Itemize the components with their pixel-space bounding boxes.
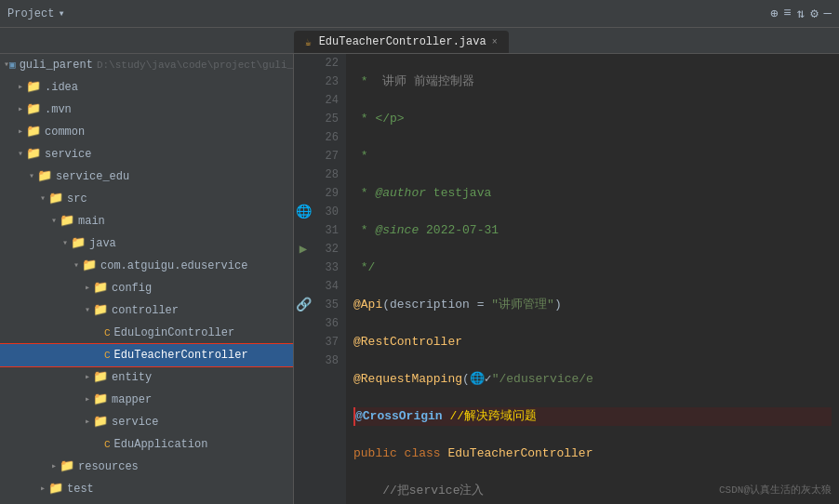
- code-line-26: * @since 2022-07-31: [353, 221, 832, 240]
- settings-icon[interactable]: ⚙: [810, 6, 818, 21]
- project-label[interactable]: Project ▾: [7, 7, 65, 20]
- gutter-28: [294, 166, 313, 184]
- gutter-26: [294, 128, 313, 147]
- folder-test-icon: 📁: [48, 480, 63, 498]
- gutter-22: [294, 54, 313, 73]
- code-25-text: * @author testjava: [353, 186, 491, 200]
- tree-item-service[interactable]: 📁 service: [0, 143, 293, 166]
- code-28-eq: =: [470, 298, 491, 312]
- arrow-config: [82, 279, 93, 298]
- tree-item-mvn[interactable]: 📁 .mvn: [0, 99, 293, 121]
- tree-item-mapper[interactable]: 📁 mapper: [0, 389, 293, 411]
- tree-label-service-edu: service_edu: [56, 167, 129, 186]
- tree-item-resources[interactable]: 📁 resources: [0, 456, 293, 478]
- tree-item-idea[interactable]: 📁 .idea: [0, 76, 293, 99]
- tree-item-entity[interactable]: 📁 entity: [0, 366, 293, 389]
- folder-mvn-icon: 📁: [26, 100, 41, 119]
- tree-item-common[interactable]: 📁 common: [0, 121, 293, 143]
- tree-label-edu-application: EduApplication: [114, 435, 208, 454]
- tree-item-guli-parent[interactable]: ▣ guli_parent D:\study\java\code\project…: [0, 54, 293, 76]
- tree-item-config[interactable]: 📁 config: [0, 277, 293, 299]
- folder-service-edu-icon: 📁: [37, 167, 52, 186]
- top-bar-icons: ⊕ ≡ ⇅ ⚙ —: [770, 6, 832, 21]
- arrow-mvn: [15, 100, 26, 119]
- minimize-icon[interactable]: —: [824, 6, 832, 21]
- code-32-classname: EduTeacherController: [447, 446, 593, 460]
- tree-item-service-nested[interactable]: 📁 service: [0, 411, 293, 433]
- code-line-31: @CrossOrigin //解决跨域问题: [353, 407, 832, 426]
- folder-controller-icon: 📁: [93, 301, 108, 320]
- layout-icon[interactable]: ≡: [783, 6, 791, 21]
- folder-config-icon: 📁: [93, 279, 108, 298]
- folder-java-icon: 📁: [71, 234, 86, 253]
- line-num-28: 28: [320, 166, 339, 184]
- code-31-crossorigin: @CrossOrigin: [355, 409, 443, 423]
- tab-close-button[interactable]: ×: [492, 37, 498, 47]
- tree-item-target[interactable]: 📁 target: [0, 500, 293, 504]
- folder-service-nested-icon: 📁: [93, 413, 108, 431]
- tab-filename: EduTeacherController.java: [319, 35, 486, 48]
- code-line-30: @RequestMapping(🌐✓"/eduservice/e: [353, 370, 832, 389]
- code-line-25: * @author testjava: [353, 184, 832, 203]
- globe-gutter-icon: 🌐: [296, 203, 312, 221]
- code-line-29: @RestController: [353, 333, 832, 351]
- code-line-28: @Api(description = "讲师管理"): [353, 296, 832, 314]
- scope-icon[interactable]: ⊕: [770, 6, 778, 21]
- editor-gutter: 🌐 ▶ 🔗: [294, 54, 313, 504]
- gutter-32: ▶: [294, 240, 313, 259]
- arrow-mapper: [82, 391, 93, 409]
- watermark: CSDN@认真生活的灰太狼: [719, 483, 832, 497]
- main-area: ▣ guli_parent D:\study\java\code\project…: [0, 54, 839, 504]
- top-bar: Project ▾ ⊕ ≡ ⇅ ⚙ —: [0, 0, 839, 28]
- project-dropdown-icon[interactable]: ▾: [58, 7, 64, 20]
- arrow-main: [48, 212, 60, 231]
- tree-item-edu-teacher-controller[interactable]: C EduTeacherController: [0, 344, 293, 366]
- code-30-ann: @RequestMapping: [353, 372, 462, 386]
- tree-item-com-atguigu[interactable]: 📁 com.atguigu.eduservice: [0, 255, 293, 277]
- line-num-25: 25: [320, 110, 339, 128]
- code-28-close: ): [554, 298, 562, 312]
- tree-item-main[interactable]: 📁 main: [0, 210, 293, 232]
- java-edu-login-icon: C: [104, 324, 111, 342]
- gutter-23: [294, 73, 313, 91]
- tree-label-controller: controller: [112, 301, 179, 320]
- gutter-30: 🌐: [294, 203, 313, 221]
- gutter-37: [294, 333, 313, 351]
- code-line-22: * 讲师 前端控制器: [353, 73, 832, 91]
- tree-item-edu-login-controller[interactable]: C EduLoginController: [0, 322, 293, 344]
- tab-edu-teacher-controller[interactable]: ☕ EduTeacherController.java ×: [294, 31, 509, 53]
- tree-item-java[interactable]: 📁 java: [0, 232, 293, 255]
- tree-label-src: src: [67, 190, 87, 208]
- folder-idea-icon: 📁: [26, 78, 41, 97]
- gutter-27: [294, 147, 313, 166]
- code-28-desc: description: [390, 298, 470, 312]
- tree-item-edu-application[interactable]: C EduApplication: [0, 433, 293, 456]
- gutter-36: [294, 314, 313, 333]
- tree-item-service-edu[interactable]: 📁 service_edu: [0, 166, 293, 188]
- gutter-34: [294, 277, 313, 296]
- tree-item-controller[interactable]: 📁 controller: [0, 299, 293, 322]
- folder-entity-icon: 📁: [93, 368, 108, 387]
- tree-label-guli-parent: guli_parent: [20, 56, 93, 74]
- code-33-comment: //把service注入: [382, 484, 484, 497]
- tree-item-test[interactable]: 📁 test: [0, 478, 293, 500]
- code-editor[interactable]: 🌐 ▶ 🔗 22 23 24 25 26 27 28 29 30: [294, 54, 839, 504]
- arrow-com-atguigu: [71, 257, 82, 275]
- line-num-35: 35: [320, 296, 339, 314]
- tree-label-resources: resources: [78, 458, 139, 476]
- module-icon: ▣: [9, 56, 16, 74]
- java-edu-teacher-icon: C: [104, 346, 111, 365]
- tree-item-src[interactable]: 📁 src: [0, 188, 293, 210]
- sort-icon[interactable]: ⇅: [797, 6, 805, 21]
- line-num-22: 22: [320, 54, 339, 73]
- gutter-25: [294, 110, 313, 128]
- arrow-src: [37, 190, 48, 208]
- code-30-v: ✓: [485, 372, 492, 386]
- code-30-paren: (: [462, 372, 470, 386]
- code-27-text: */: [353, 260, 375, 274]
- tree-label-main: main: [78, 212, 105, 231]
- file-tree[interactable]: ▣ guli_parent D:\study\java\code\project…: [0, 54, 294, 504]
- tree-label-mvn: .mvn: [45, 100, 72, 119]
- run-gutter-icon[interactable]: ▶: [300, 240, 307, 259]
- code-23-text: * </p>: [353, 112, 405, 126]
